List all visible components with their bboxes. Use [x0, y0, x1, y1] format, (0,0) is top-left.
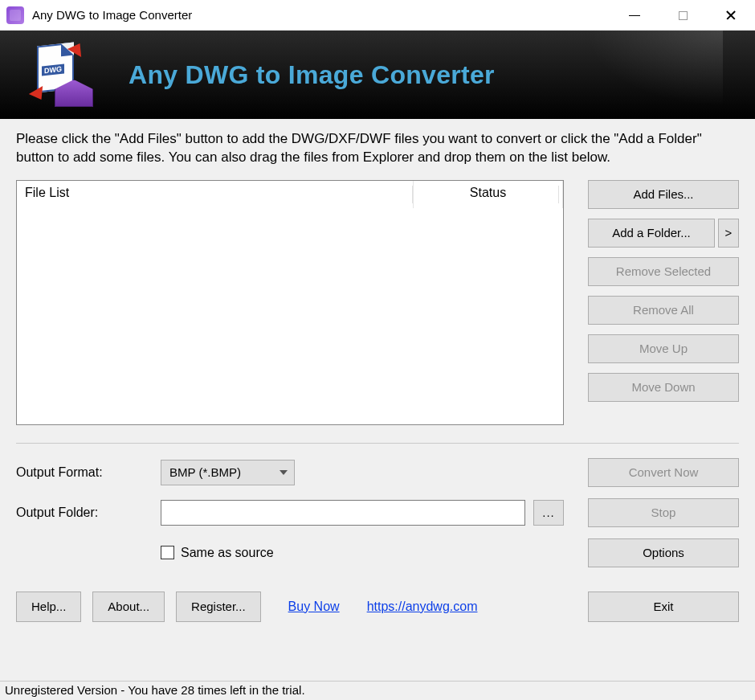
remove-all-button[interactable]: Remove All [588, 296, 739, 325]
chevron-down-icon [280, 470, 288, 475]
register-button[interactable]: Register... [176, 592, 261, 622]
file-list-column-status[interactable]: Status [414, 181, 563, 208]
move-down-button[interactable]: Move Down [588, 373, 739, 402]
close-button[interactable] [707, 0, 755, 31]
banner: DWG Any DWG to Image Converter [0, 31, 755, 119]
help-button[interactable]: Help... [16, 592, 81, 622]
add-files-button[interactable]: Add Files... [588, 180, 739, 209]
browse-folder-button[interactable]: ... [533, 500, 564, 526]
output-format-label: Output Format: [16, 465, 137, 480]
output-folder-label: Output Folder: [16, 506, 137, 520]
instructions-text: Please click the "Add Files" button to a… [16, 130, 739, 167]
output-folder-input[interactable] [161, 500, 525, 526]
minimize-button[interactable] [610, 0, 659, 31]
window-controls [610, 0, 755, 31]
file-list-header: File List Status [17, 181, 563, 208]
same-as-source-checkbox[interactable] [161, 546, 174, 559]
move-up-button[interactable]: Move Up [588, 334, 739, 363]
same-as-source-label: Same as source [181, 546, 274, 560]
options-button[interactable]: Options [588, 538, 739, 567]
statusbar: Unregistered Version - You have 28 times… [0, 681, 755, 700]
banner-logo-icon: DWG [32, 43, 96, 107]
file-list-column-file[interactable]: File List [17, 181, 414, 208]
side-buttons: Add Files... Add a Folder... > Remove Se… [588, 180, 739, 425]
add-folder-dropdown-button[interactable]: > [718, 219, 739, 248]
output-format-value: BMP (*.BMP) [169, 465, 241, 479]
buy-now-link[interactable]: Buy Now [288, 600, 340, 614]
convert-now-button[interactable]: Convert Now [588, 458, 739, 487]
remove-selected-button[interactable]: Remove Selected [588, 257, 739, 286]
maximize-button[interactable] [659, 0, 707, 31]
divider [16, 443, 739, 444]
stop-button[interactable]: Stop [588, 498, 739, 527]
file-list[interactable]: File List Status [16, 180, 564, 425]
add-folder-button[interactable]: Add a Folder... [588, 219, 715, 248]
about-button[interactable]: About... [92, 592, 165, 622]
window-title: Any DWG to Image Converter [32, 8, 192, 22]
titlebar: Any DWG to Image Converter [0, 0, 755, 31]
client-area: Please click the "Add Files" button to a… [0, 119, 755, 681]
exit-button[interactable]: Exit [588, 592, 739, 622]
output-format-combo[interactable]: BMP (*.BMP) [161, 460, 295, 485]
site-link[interactable]: https://anydwg.com [367, 600, 478, 614]
banner-title: Any DWG to Image Converter [129, 60, 495, 90]
app-icon [6, 6, 24, 24]
